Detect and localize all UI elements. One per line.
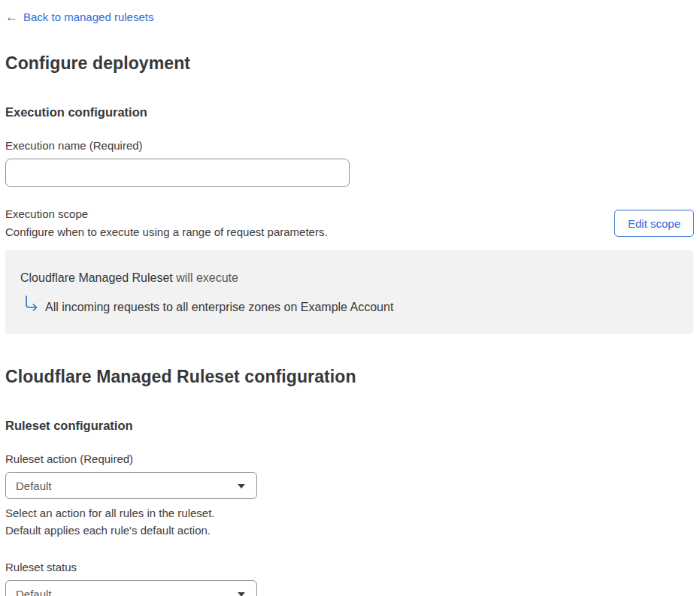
ruleset-action-select[interactable]: Default <box>5 472 257 499</box>
execution-scope-row: Execution scope Configure when to execut… <box>5 205 695 241</box>
ruleset-configuration-heading: Ruleset configuration <box>5 419 695 433</box>
will-execute-text: will execute <box>176 271 238 284</box>
execution-name-label: Execution name (Required) <box>5 139 695 152</box>
execution-configuration-heading: Execution configuration <box>5 105 695 120</box>
ruleset-action-help-line-1: Select an action for all rules in the ru… <box>5 504 695 522</box>
ruleset-action-help: Select an action for all rules in the ru… <box>5 504 695 539</box>
ruleset-name-text: Cloudflare Managed Ruleset <box>20 271 173 284</box>
scope-summary-panel: Cloudflare Managed Ruleset will execute … <box>5 250 693 334</box>
execution-scope-description: Configure when to execute using a range … <box>5 223 328 241</box>
back-to-managed-rulesets-link[interactable]: ← Back to managed rulesets <box>5 9 153 25</box>
scope-summary-detail-row: All incoming requests to all enterprise … <box>20 295 678 316</box>
back-arrow-icon: ← <box>5 11 18 23</box>
ruleset-status-select[interactable]: Default <box>5 580 257 596</box>
execution-scope-label: Execution scope <box>5 205 328 223</box>
execution-name-input[interactable] <box>5 159 350 187</box>
chevron-down-icon <box>238 484 245 489</box>
scope-detail-text: All incoming requests to all enterprise … <box>45 295 393 316</box>
page-title: Configure deployment <box>5 53 695 74</box>
ruleset-status-selected-value: Default <box>16 588 52 596</box>
ruleset-status-label: Ruleset status <box>5 561 695 573</box>
ruleset-action-help-line-2: Default applies each rule's default acti… <box>5 522 695 539</box>
edit-scope-button[interactable]: Edit scope <box>614 210 694 237</box>
execution-scope-text: Execution scope Configure when to execut… <box>5 205 328 241</box>
chevron-down-icon <box>238 592 245 596</box>
branch-arrow-icon <box>23 295 40 313</box>
ruleset-action-selected-value: Default <box>16 480 52 492</box>
scope-summary-headline: Cloudflare Managed Ruleset will execute <box>20 271 678 286</box>
ruleset-configuration-page-title: Cloudflare Managed Ruleset configuration <box>5 367 695 387</box>
ruleset-action-label: Ruleset action (Required) <box>5 452 695 465</box>
back-link-label: Back to managed rulesets <box>23 9 153 25</box>
